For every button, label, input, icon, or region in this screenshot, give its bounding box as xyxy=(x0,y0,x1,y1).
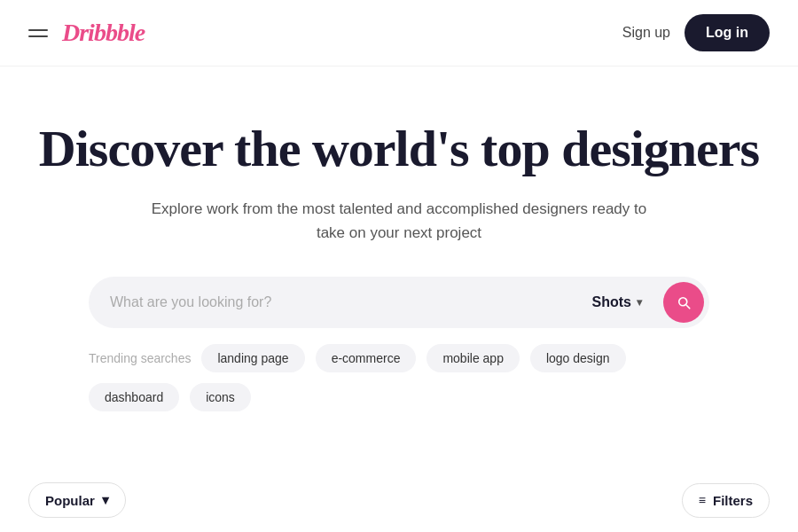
trending-tag[interactable]: landing page xyxy=(201,344,304,372)
hero-subtitle: Explore work from the most talented and … xyxy=(151,197,647,245)
search-icon xyxy=(676,294,692,310)
search-button[interactable] xyxy=(663,282,704,323)
hero-title: Discover the world's top designers xyxy=(28,120,770,179)
popular-label: Popular xyxy=(45,493,95,508)
header-left: Dribbble xyxy=(28,19,145,47)
trending-label: Trending searches xyxy=(89,351,191,365)
hero-section: Discover the world's top designers Explo… xyxy=(0,66,798,438)
filters-button[interactable]: ≡ Filters xyxy=(682,483,770,518)
shots-dropdown-label: Shots xyxy=(592,294,631,310)
logo[interactable]: Dribbble xyxy=(62,19,145,47)
search-bar: Shots ▾ xyxy=(89,277,709,328)
filter-icon: ≡ xyxy=(699,493,706,507)
menu-icon[interactable] xyxy=(28,29,48,37)
search-input[interactable] xyxy=(110,294,571,310)
header-right: Sign up Log in xyxy=(622,14,770,51)
bottom-bar: Popular ▾ ≡ Filters xyxy=(0,465,798,532)
trending-tag[interactable]: icons xyxy=(190,383,251,411)
header: Dribbble Sign up Log in xyxy=(0,0,798,66)
filters-label: Filters xyxy=(713,493,753,508)
trending-searches: Trending searches landing page e-commerc… xyxy=(89,344,709,411)
shots-dropdown[interactable]: Shots ▾ xyxy=(578,286,656,319)
trending-tag[interactable]: dashboard xyxy=(89,383,179,411)
trending-tag[interactable]: e-commerce xyxy=(316,344,417,372)
sign-up-button[interactable]: Sign up xyxy=(622,25,670,41)
chevron-down-icon: ▾ xyxy=(102,492,109,508)
chevron-down-icon: ▾ xyxy=(637,296,642,309)
log-in-button[interactable]: Log in xyxy=(685,14,770,51)
trending-tag[interactable]: logo design xyxy=(530,344,626,372)
trending-tag[interactable]: mobile app xyxy=(426,344,520,372)
popular-dropdown[interactable]: Popular ▾ xyxy=(28,482,126,518)
